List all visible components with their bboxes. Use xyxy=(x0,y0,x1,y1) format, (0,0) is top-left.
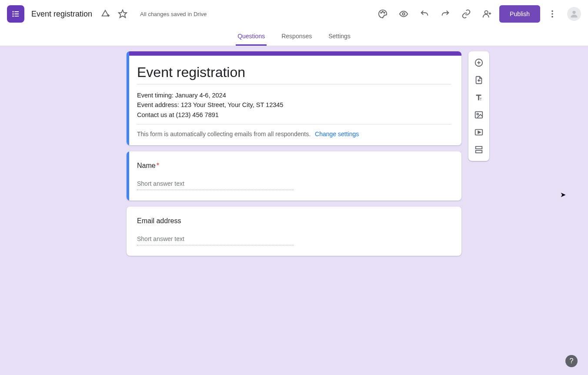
svg-marker-27 xyxy=(478,131,481,134)
question-title-text: Email address xyxy=(137,217,181,224)
save-status: All changes saved in Drive xyxy=(140,11,207,17)
svg-point-9 xyxy=(381,12,381,13)
short-answer-placeholder: Short answer text xyxy=(137,180,294,190)
email-collection-notice: This form is automatically collecting em… xyxy=(137,131,451,137)
more-options-icon[interactable] xyxy=(544,5,561,23)
svg-marker-8 xyxy=(119,10,127,17)
help-icon[interactable]: ? xyxy=(565,355,578,367)
svg-rect-0 xyxy=(13,11,14,13)
question-toolbar: T xyxy=(468,51,489,161)
svg-point-25 xyxy=(477,113,478,115)
required-indicator: * xyxy=(157,162,159,169)
import-questions-icon[interactable] xyxy=(471,71,487,89)
question-title[interactable]: Name* xyxy=(137,162,451,170)
svg-point-18 xyxy=(551,16,553,18)
tab-settings[interactable]: Settings xyxy=(327,28,352,46)
svg-rect-29 xyxy=(476,151,482,153)
svg-point-13 xyxy=(485,11,488,14)
svg-point-19 xyxy=(572,11,575,14)
preview-icon[interactable] xyxy=(395,5,412,23)
svg-point-10 xyxy=(382,11,383,12)
document-title[interactable]: Event registration xyxy=(31,10,92,19)
question-title[interactable]: Email address xyxy=(137,217,451,225)
svg-point-11 xyxy=(384,12,385,13)
app-header: Event registration All changes saved in … xyxy=(0,0,588,28)
publish-button[interactable]: Publish xyxy=(499,5,540,23)
addons-icon[interactable] xyxy=(97,5,114,23)
copy-link-icon[interactable] xyxy=(458,5,475,23)
title-card[interactable]: Event registration Event timing: January… xyxy=(127,51,461,145)
svg-point-16 xyxy=(551,10,553,12)
add-section-icon[interactable] xyxy=(471,141,487,158)
short-answer-placeholder: Short answer text xyxy=(137,235,294,245)
question-card[interactable]: Email address Short answer text xyxy=(127,207,461,256)
svg-text:T: T xyxy=(480,97,482,101)
question-card[interactable]: Name* Short answer text xyxy=(127,151,461,201)
tab-responses[interactable]: Responses xyxy=(280,28,314,46)
redo-icon[interactable] xyxy=(437,5,454,23)
editor-tabs: Questions Responses Settings xyxy=(0,28,588,46)
add-video-icon[interactable] xyxy=(471,124,487,141)
customize-theme-icon[interactable] xyxy=(374,5,391,23)
svg-rect-28 xyxy=(476,147,482,149)
svg-rect-2 xyxy=(13,13,14,15)
add-collaborators-icon[interactable] xyxy=(478,5,496,23)
svg-point-12 xyxy=(402,13,405,15)
form-title[interactable]: Event registration xyxy=(137,64,451,84)
add-title-icon[interactable]: T xyxy=(471,89,487,106)
add-question-icon[interactable] xyxy=(471,54,487,71)
change-settings-link[interactable]: Change settings xyxy=(315,131,359,137)
account-avatar[interactable] xyxy=(567,7,581,21)
question-title-text: Name xyxy=(137,162,156,169)
svg-point-17 xyxy=(551,13,553,15)
undo-icon[interactable] xyxy=(416,5,433,23)
add-image-icon[interactable] xyxy=(471,106,487,124)
form-description[interactable]: Event timing: January 4-6, 2024 Event ad… xyxy=(137,90,451,124)
email-collection-text: This form is automatically collecting em… xyxy=(137,131,311,137)
svg-rect-5 xyxy=(14,16,19,17)
svg-rect-1 xyxy=(14,11,19,12)
svg-rect-3 xyxy=(14,13,19,14)
header-actions: Publish xyxy=(374,5,581,23)
form-canvas: Event registration Event timing: January… xyxy=(0,46,588,375)
tab-questions[interactable]: Questions xyxy=(236,28,267,46)
svg-rect-4 xyxy=(13,16,14,17)
star-icon[interactable] xyxy=(114,5,131,23)
forms-app-icon[interactable] xyxy=(7,5,24,23)
